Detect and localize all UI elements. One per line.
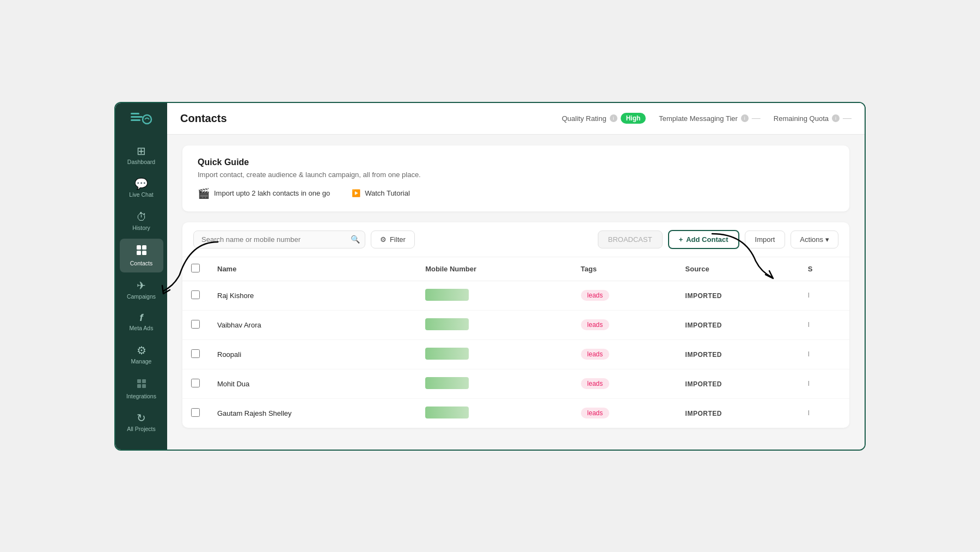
add-contact-button[interactable]: + Add Contact [668,230,739,249]
table-toolbar: 🔍 ⚙ Filter BROADCAST + Add Contact Impor… [182,222,849,257]
sidebar-item-meta-ads[interactable]: f Meta Ads [120,307,163,337]
chevron-down-icon: ▾ [825,235,829,244]
row-checkbox-3[interactable] [191,379,200,387]
row-tag-1: leads [572,310,677,339]
import-guide-link[interactable]: 🎬 Import upto 2 lakh contacts in one go [198,187,330,199]
header-tags: Tags [572,257,677,281]
live-chat-icon: 💬 [134,178,148,189]
row-name-4: Gautam Rajesh Shelley [209,398,416,428]
sidebar-item-integrations[interactable]: Integrations [120,373,163,405]
filter-button[interactable]: ⚙ Filter [371,230,415,248]
sidebar-item-manage[interactable]: ⚙ Manage [120,339,163,371]
contacts-icon [136,244,148,258]
manage-icon: ⚙ [137,345,146,356]
header-mobile: Mobile Number [416,257,572,281]
sidebar-item-live-chat[interactable]: 💬 Live Chat [120,173,163,204]
quick-guide-card: Quick Guide Import contact, create audie… [182,145,849,211]
row-checkbox-cell [182,281,209,310]
row-mobile-3 [416,369,572,398]
row-tag-2: leads [572,339,677,369]
import-button[interactable]: Import [745,230,786,248]
row-tag-4: leads [572,398,677,428]
table-row: Mohit Dua leads IMPORTED I [182,369,849,398]
sidebar-item-campaigns[interactable]: ✈ Campaigns [120,275,163,306]
svg-rect-6 [137,251,141,255]
filter-icon: ⚙ [380,235,387,244]
contacts-table: Name Mobile Number Tags Source S Raj Kis… [182,257,849,428]
search-input[interactable] [193,230,365,248]
filter-label: Filter [390,235,406,244]
sidebar-label-manage: Manage [131,358,152,365]
template-tier-separator: — [752,113,761,123]
table-row: Raj Kishore leads IMPORTED I [182,281,849,310]
sidebar-label-all-projects: All Projects [127,426,156,433]
row-checkbox-1[interactable] [191,320,200,329]
search-button[interactable]: 🔍 [351,235,360,244]
quick-guide-title: Quick Guide [198,157,834,167]
row-tag-3: leads [572,369,677,398]
remaining-quota-separator: — [843,113,852,123]
row-source-4: IMPORTED [677,398,799,428]
sidebar-item-history[interactable]: ⏱ History [120,206,163,237]
campaigns-icon: ✈ [137,280,146,291]
row-name-0: Raj Kishore [209,281,416,310]
svg-rect-7 [142,251,146,255]
quick-guide-actions: 🎬 Import upto 2 lakh contacts in one go … [198,187,834,199]
svg-rect-10 [137,384,141,388]
row-checkbox-0[interactable] [191,290,200,299]
sidebar-label-history: History [132,225,150,232]
header-name: Name [209,257,416,281]
table-row: Gautam Rajesh Shelley leads IMPORTED I [182,398,849,428]
row-mobile-0 [416,281,572,310]
svg-rect-5 [142,245,146,250]
svg-rect-0 [131,113,139,114]
sidebar-item-dashboard[interactable]: ⊞ Dashboard [120,140,163,171]
page-content: Quick Guide Import contact, create audie… [167,135,865,450]
remaining-quota-info-icon[interactable]: i [832,114,840,122]
app-logo [128,110,155,129]
select-all-checkbox[interactable] [191,264,200,272]
add-icon: + [679,235,683,244]
sidebar-label-campaigns: Campaigns [127,293,156,300]
quality-rating-info-icon[interactable]: i [610,114,617,122]
broadcast-button[interactable]: BROADCAST [598,230,663,248]
row-checkbox-4[interactable] [191,408,200,417]
dashboard-icon: ⊞ [137,145,146,156]
row-checkbox-cell [182,398,209,428]
row-status-4: I [799,398,849,428]
row-name-3: Mohit Dua [209,369,416,398]
watch-tutorial-button[interactable]: ▶️ Watch Tutorial [352,189,410,197]
sidebar-label-contacts: Contacts [130,260,152,267]
row-name-1: Vaibhav Arora [209,310,416,339]
import-guide-text: Import upto 2 lakh contacts in one go [214,189,330,197]
topbar: Contacts Quality Rating i High Template … [167,103,865,135]
sidebar-item-contacts[interactable]: Contacts [120,239,163,272]
header-status: S [799,257,849,281]
template-tier-info-icon[interactable]: i [741,114,749,122]
quick-guide-description: Import contact, create audience & launch… [198,171,834,179]
sidebar-label-integrations: Integrations [126,393,156,400]
history-icon: ⏱ [136,211,147,222]
remaining-quota-item: Remaining Quota i — [774,113,852,123]
topbar-meta: Quality Rating i High Template Messaging… [562,113,852,124]
row-mobile-2 [416,339,572,369]
add-contact-label: Add Contact [686,235,728,244]
actions-button[interactable]: Actions ▾ [791,230,838,248]
row-source-1: IMPORTED [677,310,799,339]
row-tag-0: leads [572,281,677,310]
row-mobile-1 [416,310,572,339]
row-status-0: I [799,281,849,310]
sidebar-item-all-projects[interactable]: ↻ All Projects [120,407,163,438]
svg-rect-8 [137,379,141,383]
main-content: Contacts Quality Rating i High Template … [167,103,865,450]
all-projects-icon: ↻ [137,413,146,423]
row-checkbox-cell [182,339,209,369]
sidebar-label-meta-ads: Meta Ads [130,325,154,332]
row-checkbox-cell [182,310,209,339]
svg-rect-11 [142,384,146,388]
row-checkbox-2[interactable] [191,349,200,358]
template-tier-label: Template Messaging Tier [659,114,738,123]
search-wrapper: 🔍 [193,230,365,248]
row-status-3: I [799,369,849,398]
svg-point-3 [143,115,151,124]
